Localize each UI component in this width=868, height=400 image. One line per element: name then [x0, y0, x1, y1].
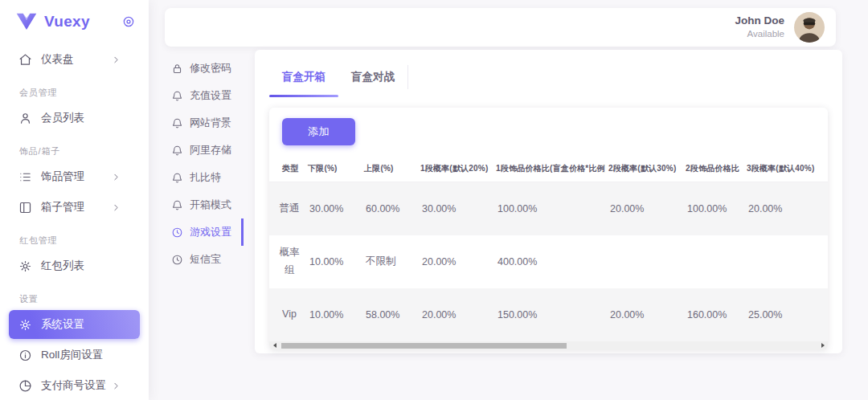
sidebar-item-label: 系统设置	[41, 317, 130, 332]
sidebar-item-label: 仪表盘	[41, 52, 111, 67]
sidebar-item-label: 红包列表	[41, 259, 130, 273]
sidebar-section-label: 会员管理	[19, 87, 140, 99]
user-avatar[interactable]	[794, 12, 825, 43]
column-header: 类型	[269, 156, 305, 182]
chevron-icon	[111, 55, 121, 65]
column-header: 2段饰品价格比	[682, 156, 743, 182]
column-header: 2段概率(默认30%)	[605, 156, 682, 182]
sidebar-item[interactable]: 箱子管理	[9, 193, 140, 222]
sidebar-item-label: 箱子管理	[41, 200, 111, 214]
settings-menu-item[interactable]: 修改密码	[165, 55, 244, 82]
topbar: John Doe Available	[165, 8, 836, 47]
table-cell: 60.00%	[361, 182, 417, 235]
table-cell: 58.00%	[361, 288, 417, 341]
chevron-icon	[111, 202, 121, 213]
settings-menu-item-label: 修改密码	[190, 61, 231, 76]
scrollbar-track[interactable]	[280, 341, 817, 350]
table-cell: 20.00%	[605, 182, 682, 235]
tab-divider	[407, 65, 408, 89]
bell-icon	[171, 117, 183, 129]
sidebar-item-label: 会员列表	[41, 111, 130, 125]
settings-menu-item[interactable]: 网站背景	[165, 109, 244, 137]
sidebar-item-label: 支付商号设置	[41, 378, 111, 393]
table-cell: 400.00%	[493, 235, 605, 288]
scroll-left-icon[interactable]	[269, 341, 280, 350]
table-cell: 概率组	[269, 235, 305, 288]
table-cell: 20.00%	[743, 182, 828, 235]
settings-menu-item[interactable]: 开箱模式	[165, 191, 244, 218]
bell-icon	[171, 145, 183, 157]
tab-bar: 盲盒开箱盲盒对战	[269, 50, 828, 97]
user-name: John Doe	[735, 14, 784, 28]
settings-menu-item-label: 开箱模式	[190, 198, 231, 212]
table-cell: 10.00%	[305, 288, 361, 341]
menu-pin-toggle-icon[interactable]	[121, 14, 136, 29]
table-cell: 20.00%	[417, 288, 493, 341]
sidebar-item[interactable]: 红包列表	[9, 251, 140, 280]
table-cell	[682, 235, 743, 288]
settings-menu-item-label: 短信宝	[190, 252, 221, 267]
list-icon	[18, 170, 32, 184]
table-cell: 20.00%	[417, 235, 493, 288]
gear-icon	[18, 259, 32, 273]
brand-logo-icon	[16, 13, 37, 31]
settings-menu-item-label: 阿里存储	[190, 143, 231, 157]
sidebar-item[interactable]: 饰品管理	[9, 162, 140, 191]
scrollbar-thumb[interactable]	[281, 343, 567, 349]
table-row: 普通30.00%60.00%30.00%100.00%20.00%100.00%…	[269, 182, 828, 235]
column-header: 3段概率(默认40%)	[743, 156, 828, 182]
settings-menu: 修改密码充值设置网站背景阿里存储扎比特开箱模式游戏设置短信宝	[165, 50, 244, 273]
chevron-icon	[111, 172, 121, 182]
bell-icon	[171, 172, 183, 184]
user-status: Available	[735, 28, 784, 39]
table-row: Vip10.00%58.00%20.00%150.00%20.00%160.00…	[269, 288, 828, 341]
table-toolbar: 添加	[269, 108, 828, 156]
brand: Vuexy	[0, 0, 149, 39]
pie-icon	[18, 379, 32, 393]
sidebar-section-label: 饰品/箱子	[19, 145, 140, 157]
table-cell	[605, 235, 682, 288]
scroll-right-icon[interactable]	[817, 341, 828, 350]
settings-menu-item[interactable]: 短信宝	[165, 246, 244, 273]
settings-menu-item[interactable]: 充值设置	[165, 82, 244, 109]
table-cell: 10.00%	[305, 235, 361, 288]
table-cell: 100.00%	[493, 182, 605, 235]
table-cell: Vip	[269, 288, 305, 341]
add-button[interactable]: 添加	[282, 118, 355, 145]
user-icon	[18, 112, 32, 125]
sidebar-item-label: Roll房间设置	[41, 348, 130, 362]
tab-1[interactable]: 盲盒开箱	[269, 60, 338, 97]
table-cell: 25.00%	[743, 288, 828, 341]
table-header-row: 类型下限(%)上限(%)1段概率(默认20%)1段饰品价格比(盲盒价格*比例)2…	[269, 156, 828, 182]
table-cell: 150.00%	[493, 288, 605, 341]
settings-menu-item[interactable]: 扎比特	[165, 164, 244, 191]
table-cell: 不限制	[361, 235, 417, 288]
sidebar-item[interactable]: 会员列表	[9, 104, 140, 133]
column-header: 上限(%)	[361, 156, 417, 182]
horizontal-scrollbar[interactable]	[269, 341, 828, 350]
table-body: 普通30.00%60.00%30.00%100.00%20.00%100.00%…	[269, 182, 828, 341]
clock-icon	[171, 254, 183, 266]
settings-menu-item[interactable]: 阿里存储	[165, 137, 244, 164]
column-header: 1段饰品价格比(盲盒价格*比例)	[493, 156, 605, 182]
probability-table: 类型下限(%)上限(%)1段概率(默认20%)1段饰品价格比(盲盒价格*比例)2…	[269, 156, 828, 341]
sidebar-item[interactable]: 系统设置	[9, 310, 140, 339]
settings-card: 盲盒开箱盲盒对战 添加 类型下限(%)上限(%)1段概率(默认20%)1段饰品价…	[255, 50, 842, 353]
settings-menu-item-label: 游戏设置	[190, 225, 231, 239]
table-cell: 普通	[269, 182, 305, 235]
table-row: 概率组10.00%不限制20.00%400.00%	[269, 235, 828, 288]
sidebar-item[interactable]: 仪表盘	[9, 45, 140, 74]
info-icon	[18, 349, 32, 362]
table-cell: 30.00%	[305, 182, 361, 235]
game-settings-panel: 添加 类型下限(%)上限(%)1段概率(默认20%)1段饰品价格比(盲盒价格*比…	[269, 108, 828, 350]
content-row: 修改密码充值设置网站背景阿里存储扎比特开箱模式游戏设置短信宝 盲盒开箱盲盒对战 …	[165, 50, 836, 353]
lock-icon	[171, 63, 183, 75]
box-icon	[18, 201, 32, 214]
sidebar-item[interactable]: 支付商号设置	[9, 371, 140, 400]
column-header: 1段概率(默认20%)	[417, 156, 493, 182]
tab-2[interactable]: 盲盒对战	[338, 60, 407, 97]
sidebar-item[interactable]: Roll房间设置	[9, 341, 140, 369]
settings-menu-item[interactable]: 游戏设置	[165, 218, 244, 246]
bell-icon	[171, 90, 183, 102]
chevron-icon	[111, 381, 121, 391]
